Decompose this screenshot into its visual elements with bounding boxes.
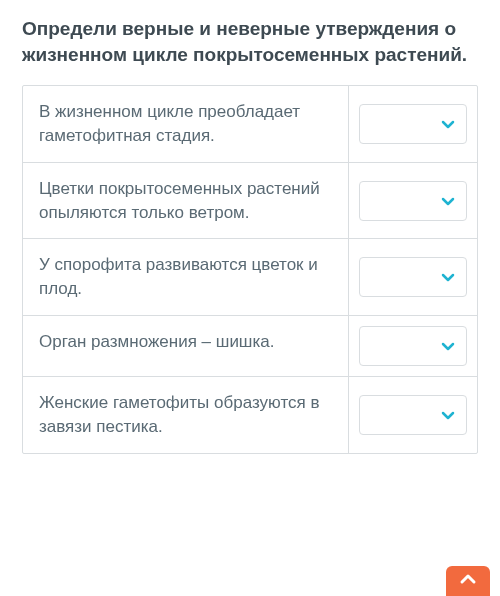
chevron-down-icon <box>440 407 456 423</box>
statement-text: В жизненном цикле преобладает гаметофитн… <box>23 86 349 162</box>
table-row: Орган размножения – шишка. <box>23 316 477 377</box>
dropdown-cell <box>349 316 477 376</box>
table-row: В жизненном цикле преобладает гаметофитн… <box>23 86 477 163</box>
dropdown-cell <box>349 86 477 162</box>
back-to-top-button[interactable] <box>446 566 490 596</box>
answer-dropdown[interactable] <box>359 395 467 435</box>
chevron-down-icon <box>440 269 456 285</box>
table-row: У спорофита развиваются цветок и плод. <box>23 239 477 316</box>
statement-text: Цветки покрытосеменных растений опыляютс… <box>23 163 349 239</box>
statement-text: Женские гаметофиты образуются в завязи п… <box>23 377 349 453</box>
answer-dropdown[interactable] <box>359 104 467 144</box>
dropdown-cell <box>349 239 477 315</box>
chevron-up-icon <box>458 569 478 593</box>
table-row: Цветки покрытосеменных растений опыляютс… <box>23 163 477 240</box>
answer-dropdown[interactable] <box>359 181 467 221</box>
chevron-down-icon <box>440 193 456 209</box>
chevron-down-icon <box>440 338 456 354</box>
answer-dropdown[interactable] <box>359 257 467 297</box>
table-row: Женские гаметофиты образуются в завязи п… <box>23 377 477 453</box>
question-title: Определи верные и неверные утверждения о… <box>22 16 478 67</box>
dropdown-cell <box>349 163 477 239</box>
chevron-down-icon <box>440 116 456 132</box>
statement-text: У спорофита развиваются цветок и плод. <box>23 239 349 315</box>
statement-text: Орган размножения – шишка. <box>23 316 349 376</box>
statements-table: В жизненном цикле преобладает гаметофитн… <box>22 85 478 453</box>
answer-dropdown[interactable] <box>359 326 467 366</box>
question-container: Определи верные и неверные утверждения о… <box>0 0 500 454</box>
dropdown-cell <box>349 377 477 453</box>
